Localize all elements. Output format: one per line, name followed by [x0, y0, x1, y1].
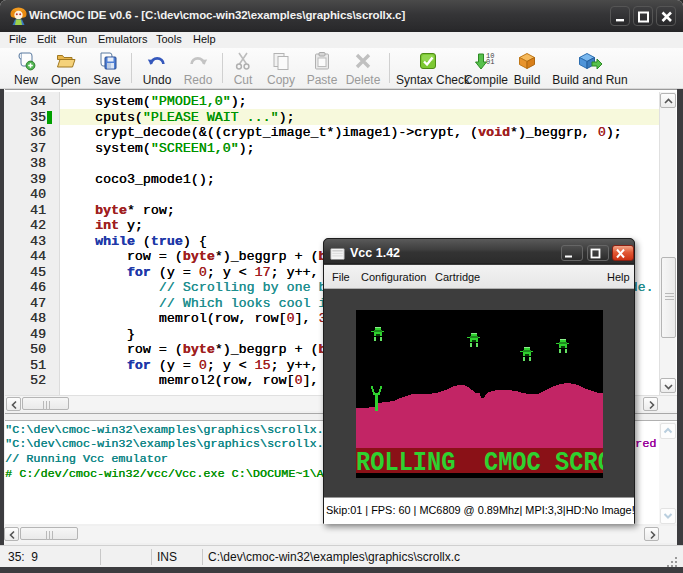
svg-text:01: 01 [486, 58, 494, 66]
svg-text:ROLLING CMOC SCROL: ROLLING CMOC SCROL [356, 446, 603, 478]
